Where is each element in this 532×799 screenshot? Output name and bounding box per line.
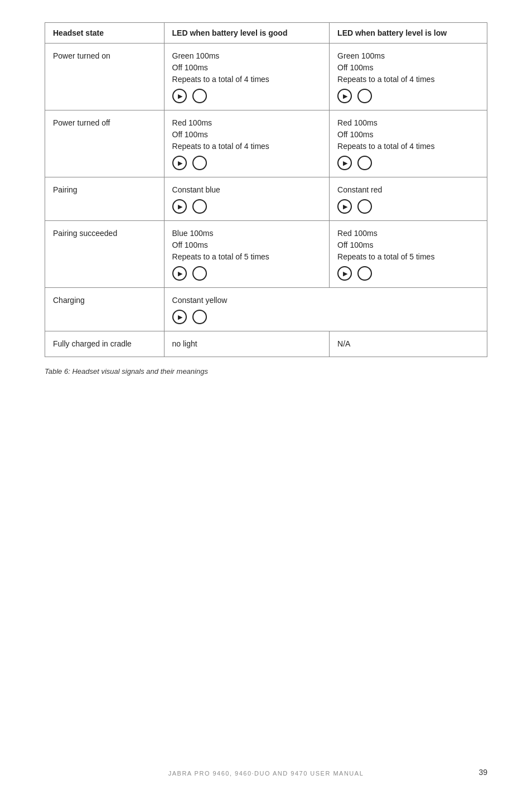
led-low-line1: Red 100ms (337, 118, 378, 127)
led-low-line3: Repeats to a total of 5 times (337, 252, 434, 261)
led-low-line1: Constant red (337, 185, 382, 194)
led-good-line2: Off 100ms (172, 130, 208, 139)
led-low-cell: N/A (330, 331, 487, 357)
led-good-line3: Repeats to a total of 5 times (172, 252, 269, 261)
table-row: Charging Constant yellow (45, 288, 487, 331)
led-good-line3: Repeats to a total of 4 times (172, 142, 269, 151)
table-caption: Table 6: Headset visual signals and thei… (45, 367, 487, 376)
table-row: Pairing Constant blue Constant red (45, 177, 487, 221)
led-good-cell: Green 100ms Off 100ms Repeats to a total… (164, 44, 330, 110)
led-low-cell: Red 100ms Off 100ms Repeats to a total o… (330, 221, 487, 288)
led-good-icons (172, 310, 479, 324)
state-cell: Power turned on (45, 44, 165, 110)
led-low-line1: Green 100ms (337, 51, 385, 60)
table-row: Pairing succeeded Blue 100ms Off 100ms R… (45, 221, 487, 288)
header-led-good: LED when battery level is good (164, 23, 330, 44)
led-low-line3: Repeats to a total of 4 times (337, 142, 434, 151)
table-row: Power turned off Red 100ms Off 100ms Rep… (45, 110, 487, 177)
state-cell: Fully charged in cradle (45, 331, 165, 357)
play-icon (172, 89, 187, 103)
page-number: 39 (478, 768, 487, 777)
led-low-line3: Repeats to a total of 4 times (337, 75, 434, 84)
table-row: Fully charged in cradle no light N/A (45, 331, 487, 357)
led-low-cell: Red 100ms Off 100ms Repeats to a total o… (330, 110, 487, 177)
play-icon (172, 199, 187, 214)
led-good-line1: Constant yellow (172, 296, 228, 305)
led-low-icons (337, 89, 479, 103)
state-cell: Power turned off (45, 110, 165, 177)
state-cell: Charging (45, 288, 165, 331)
led-good-cell: Blue 100ms Off 100ms Repeats to a total … (164, 221, 330, 288)
led-low-line2: Off 100ms (337, 130, 373, 139)
play-icon (172, 310, 187, 324)
circle-icon (192, 266, 207, 281)
led-good-icons (172, 156, 322, 170)
circle-icon (357, 199, 372, 214)
led-good-line1: Red 100ms (172, 118, 212, 127)
state-cell: Pairing succeeded (45, 221, 165, 288)
led-good-cell: no light (164, 331, 330, 357)
led-good-icons (172, 266, 322, 281)
led-low-cell: Green 100ms Off 100ms Repeats to a total… (330, 44, 487, 110)
play-icon (172, 266, 187, 281)
led-low-cell: Constant red (330, 177, 487, 221)
footer-title: JABRA PRO 9460, 9460·DUO AND 9470 USER M… (0, 770, 532, 777)
circle-icon (357, 156, 372, 170)
led-signals-table: Headset state LED when battery level is … (45, 22, 487, 357)
play-icon (337, 89, 352, 103)
play-icon (337, 156, 352, 170)
led-good-cell: Constant blue (164, 177, 330, 221)
table-row: Power turned on Green 100ms Off 100ms Re… (45, 44, 487, 110)
led-good-line2: Off 100ms (172, 240, 208, 249)
led-good-line1: Green 100ms (172, 51, 220, 60)
led-low-line2: Off 100ms (337, 63, 373, 72)
header-headset-state: Headset state (45, 23, 165, 44)
play-icon (172, 156, 187, 170)
play-icon (337, 266, 352, 281)
circle-icon (192, 89, 207, 103)
circle-icon (192, 199, 207, 214)
header-led-low: LED when battery level is low (330, 23, 487, 44)
circle-icon (192, 156, 207, 170)
led-good-line2: Off 100ms (172, 63, 208, 72)
led-low-icons (337, 156, 479, 170)
page-content: Headset state LED when battery level is … (45, 22, 487, 376)
circle-icon (357, 89, 372, 103)
led-low-icons (337, 199, 479, 214)
play-icon (337, 199, 352, 214)
led-good-line3: Repeats to a total of 4 times (172, 75, 269, 84)
led-good-line1: Constant blue (172, 185, 220, 194)
led-good-cell-spanning: Constant yellow (164, 288, 487, 331)
led-good-line1: Blue 100ms (172, 229, 214, 238)
led-low-line1: Red 100ms (337, 229, 378, 238)
led-good-cell: Red 100ms Off 100ms Repeats to a total o… (164, 110, 330, 177)
state-cell: Pairing (45, 177, 165, 221)
led-good-icons (172, 89, 322, 103)
led-low-line2: Off 100ms (337, 240, 373, 249)
circle-icon (357, 266, 372, 281)
led-low-icons (337, 266, 479, 281)
led-good-icons (172, 199, 322, 214)
circle-icon (192, 310, 207, 324)
